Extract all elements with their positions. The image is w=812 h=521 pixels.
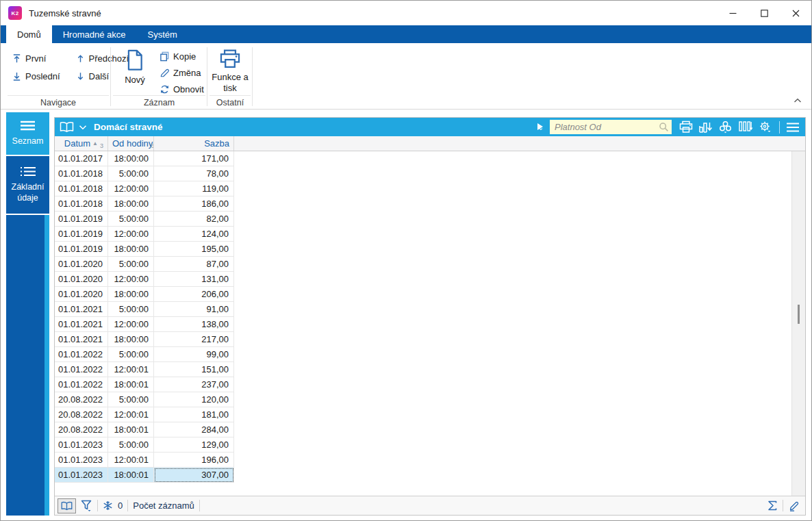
column-header-datum[interactable]: Datum ▲ 3: [55, 136, 108, 151]
cell-od-hodiny[interactable]: 12:00:00: [108, 227, 154, 242]
cell-od-hodiny[interactable]: 5:00:00: [108, 166, 154, 181]
cell-datum[interactable]: 01.01.2019: [55, 242, 108, 257]
cell-datum[interactable]: 01.01.2022: [55, 347, 108, 362]
cell-sazba[interactable]: 138,00: [154, 317, 234, 332]
cell-od-hodiny[interactable]: 5:00:00: [108, 257, 154, 272]
sum-button[interactable]: [767, 500, 778, 511]
cell-sazba[interactable]: 120,00: [154, 392, 234, 407]
close-button[interactable]: [780, 1, 811, 25]
filter-button[interactable]: [81, 500, 92, 512]
cell-datum[interactable]: 01.01.2020: [55, 272, 108, 287]
cell-sazba[interactable]: 151,00: [154, 362, 234, 377]
cell-od-hodiny[interactable]: 18:00:00: [108, 196, 154, 212]
panel-menu-button[interactable]: [785, 122, 800, 133]
maximize-button[interactable]: [748, 1, 780, 25]
cell-od-hodiny[interactable]: 18:00:01: [108, 468, 154, 483]
cell-datum[interactable]: 01.01.2018: [55, 181, 108, 196]
new-record-button[interactable]: Nový: [117, 49, 153, 98]
collapse-ribbon-button[interactable]: [794, 98, 802, 103]
cell-od-hodiny[interactable]: 5:00:00: [108, 347, 154, 362]
functions-print-button[interactable]: Funkce a tisk: [210, 49, 251, 101]
tab-domu[interactable]: Domů: [6, 25, 52, 43]
table-row[interactable]: 01.01.20215:00:0091,00: [55, 302, 805, 317]
cell-od-hodiny[interactable]: 18:00:00: [108, 151, 154, 166]
search-input[interactable]: [550, 120, 672, 134]
table-row[interactable]: 01.01.202212:00:01151,00: [55, 362, 805, 377]
chart-button[interactable]: [698, 120, 714, 134]
columns-button[interactable]: [737, 120, 754, 134]
cell-sazba[interactable]: 129,00: [154, 437, 234, 453]
cell-od-hodiny[interactable]: 5:00:00: [108, 392, 154, 407]
cell-od-hodiny[interactable]: 12:00:01: [108, 407, 154, 422]
table-row[interactable]: 01.01.201918:00:00195,00: [55, 242, 805, 257]
cell-od-hodiny[interactable]: 18:00:00: [108, 332, 154, 347]
cell-datum[interactable]: 01.01.2020: [55, 257, 108, 272]
settings-button[interactable]: [757, 120, 774, 134]
cell-datum[interactable]: 01.01.2023: [55, 468, 108, 483]
minimize-button[interactable]: [717, 1, 748, 25]
vertical-scrollbar[interactable]: [791, 151, 805, 496]
cell-datum[interactable]: 01.01.2021: [55, 317, 108, 332]
scrollbar-thumb[interactable]: [798, 305, 800, 324]
table-row[interactable]: 20.08.202212:00:01181,00: [55, 407, 805, 422]
table-row[interactable]: 01.01.20235:00:00129,00: [55, 437, 805, 453]
table-row[interactable]: 01.01.202318:00:01307,00: [55, 468, 805, 483]
run-filter-button[interactable]: [535, 122, 546, 133]
table-row[interactable]: 01.01.202118:00:00217,00: [55, 332, 805, 347]
table-row[interactable]: 01.01.202018:00:00206,00: [55, 287, 805, 302]
cell-datum[interactable]: 20.08.2022: [55, 392, 108, 407]
table-row[interactable]: 01.01.201818:00:00186,00: [55, 196, 805, 212]
cell-sazba[interactable]: 307,00: [154, 468, 234, 483]
cell-od-hodiny[interactable]: 18:00:01: [108, 422, 154, 437]
cell-od-hodiny[interactable]: 5:00:00: [108, 437, 154, 453]
cell-od-hodiny[interactable]: 12:00:00: [108, 272, 154, 287]
record-count-label[interactable]: Počet záznamů: [133, 500, 194, 511]
cell-od-hodiny[interactable]: 18:00:00: [108, 242, 154, 257]
cell-datum[interactable]: 01.01.2019: [55, 212, 108, 227]
cell-datum[interactable]: 01.01.2018: [55, 166, 108, 181]
table-row[interactable]: 01.01.202012:00:00131,00: [55, 272, 805, 287]
table-row[interactable]: 01.01.202112:00:00138,00: [55, 317, 805, 332]
table-row[interactable]: 20.08.20225:00:00120,00: [55, 392, 805, 407]
cell-datum[interactable]: 01.01.2022: [55, 377, 108, 392]
cell-sazba[interactable]: 206,00: [154, 287, 234, 302]
cell-sazba[interactable]: 99,00: [154, 347, 234, 362]
cell-sazba[interactable]: 195,00: [154, 242, 234, 257]
cell-datum[interactable]: 01.01.2023: [55, 453, 108, 468]
cell-sazba[interactable]: 87,00: [154, 257, 234, 272]
first-record-button[interactable]: První: [9, 49, 63, 67]
copy-record-button[interactable]: Kopie: [157, 48, 207, 64]
table-row[interactable]: 01.01.201912:00:00124,00: [55, 227, 805, 242]
cell-datum[interactable]: 20.08.2022: [55, 407, 108, 422]
tab-system[interactable]: Systém: [136, 25, 188, 43]
column-header-sazba[interactable]: Sazba: [154, 136, 234, 151]
cell-sazba[interactable]: 78,00: [154, 166, 234, 181]
table-row[interactable]: 01.01.201812:00:00119,00: [55, 181, 805, 196]
cell-datum[interactable]: 01.01.2021: [55, 302, 108, 317]
table-row[interactable]: 20.08.202218:00:01284,00: [55, 422, 805, 437]
print-button[interactable]: [678, 120, 694, 134]
cell-od-hodiny[interactable]: 12:00:00: [108, 181, 154, 196]
cell-od-hodiny[interactable]: 5:00:00: [108, 302, 154, 317]
cell-sazba[interactable]: 217,00: [154, 332, 234, 347]
cell-datum[interactable]: 01.01.2021: [55, 332, 108, 347]
cell-datum[interactable]: 01.01.2017: [55, 151, 108, 166]
cell-od-hodiny[interactable]: 12:00:01: [108, 453, 154, 468]
cell-sazba[interactable]: 196,00: [154, 453, 234, 468]
cell-sazba[interactable]: 124,00: [154, 227, 234, 242]
table-row[interactable]: 01.01.202312:00:01196,00: [55, 453, 805, 468]
table-row[interactable]: 01.01.202218:00:01237,00: [55, 377, 805, 392]
edit-cell-button[interactable]: [788, 500, 800, 511]
book-mode-toggle[interactable]: [58, 498, 76, 513]
sidebar-item-zakladni-udaje[interactable]: Základní údaje: [6, 156, 49, 214]
table-row[interactable]: 01.01.201718:00:00171,00: [55, 151, 805, 166]
cell-od-hodiny[interactable]: 5:00:00: [108, 212, 154, 227]
cell-od-hodiny[interactable]: 18:00:00: [108, 287, 154, 302]
cell-sazba[interactable]: 171,00: [154, 151, 234, 166]
cell-datum[interactable]: 20.08.2022: [55, 422, 108, 437]
table-row[interactable]: 01.01.20205:00:0087,00: [55, 257, 805, 272]
column-header-od-hodiny[interactable]: Od hodiny 6: [108, 136, 154, 151]
edit-record-button[interactable]: Změna Změna: [157, 64, 207, 81]
cell-sazba[interactable]: 186,00: [154, 196, 234, 212]
book-view-button[interactable]: [59, 120, 75, 134]
